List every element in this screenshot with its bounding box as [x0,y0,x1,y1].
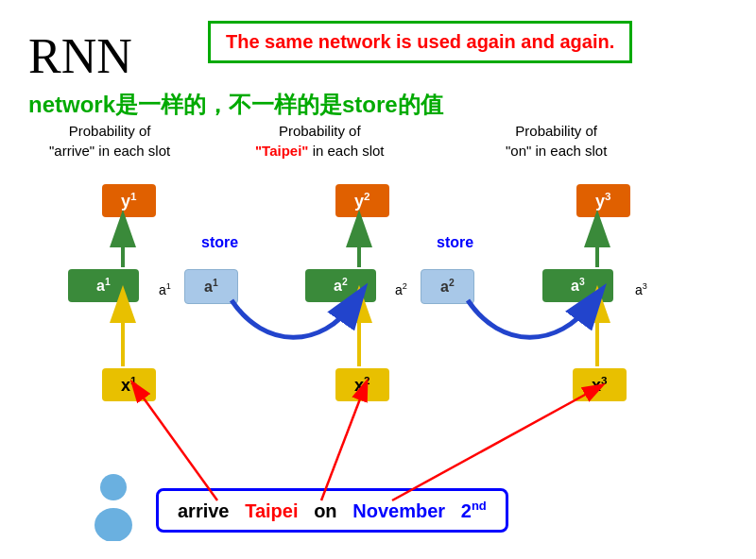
word-taipei: Taipei [245,500,298,521]
y-box-1: y1 [102,184,156,217]
word-arrive: arrive [178,500,230,521]
h-box-3: a3 [542,269,613,302]
prob-label-2: Probability of"Taipei" in each slot [255,121,385,161]
sentence-box: arrive Taipei on November 2nd [156,488,508,533]
svg-point-0 [100,474,127,500]
s-box-2: a2 [421,269,474,304]
h-box-1: a1 [68,269,139,302]
word-november: November [352,500,445,521]
a-label-1: a1 [159,281,171,297]
y-box-2: y2 [335,184,389,217]
svg-line-14 [137,389,217,500]
svg-point-1 [94,508,132,541]
word-2nd: 2nd [461,500,487,521]
chinese-text: network是一样的，不一样的是store的值 [28,90,443,120]
store-label-1: store [201,234,238,251]
a-label-3: a3 [635,281,647,297]
svg-line-16 [392,389,595,500]
y-box-3: y3 [576,184,630,217]
prob-label-3: Probability of"on" in each slot [506,121,607,161]
store-label-2: store [437,234,473,251]
h-box-2: a2 [305,269,376,302]
svg-line-15 [321,389,364,500]
x-box-2: x2 [335,368,389,401]
x-box-3: x3 [573,368,627,401]
person-icon [85,470,142,545]
prob-label-1: Probability of"arrive" in each slot [49,121,170,161]
x-box-1: x1 [102,368,156,401]
a-label-2: a2 [395,281,407,297]
rnn-title: RNN [28,28,132,84]
s-box-1: a1 [184,269,238,304]
network-box: The same network is used again and again… [208,21,632,63]
word-on: on [314,500,336,521]
